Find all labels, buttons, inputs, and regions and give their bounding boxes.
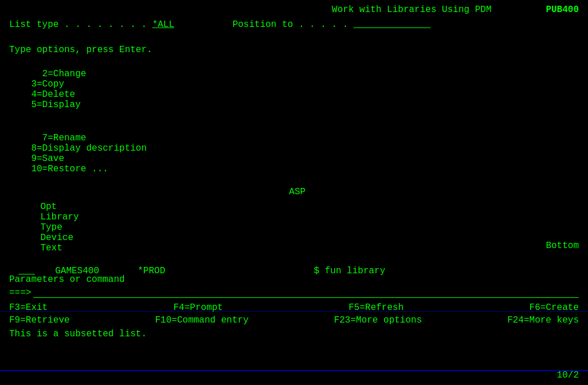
brand-label: PUB400: [546, 5, 579, 15]
fkey-f5[interactable]: F5=Refresh: [348, 302, 403, 313]
bottom-label: Bottom: [546, 241, 579, 251]
title-text: Work with Libraries Using PDM: [277, 5, 546, 15]
fkey-f9[interactable]: F9=Retrieve: [9, 315, 70, 325]
list-type-value[interactable]: *ALL: [152, 19, 198, 30]
option-10: 10=Restore ...: [31, 164, 108, 174]
option-4: 4=Delete: [31, 89, 130, 100]
col-text: Text: [40, 243, 62, 253]
title-bar: Work with Libraries Using PDM PUB400: [9, 5, 579, 15]
option-9: 9=Save: [31, 154, 130, 164]
params-label: Parameters or command: [9, 274, 579, 285]
fkey-f3[interactable]: F3=Exit: [9, 302, 48, 313]
option-5: 5=Display: [31, 100, 80, 110]
blue-separator: [0, 370, 588, 371]
col-device: Device: [40, 233, 128, 243]
options-row-1: 2=Change 3=Copy 4=Delete 5=Display: [9, 58, 579, 120]
col-type: Type: [40, 222, 128, 233]
command-input[interactable]: [33, 287, 579, 298]
options-row-2: 7=Rename 8=Display description 9=Save 10…: [9, 123, 579, 184]
subsetting-note: This is a subsetted list.: [9, 329, 579, 339]
page-indicator: 10/2: [557, 370, 579, 380]
option-2: 2=Change: [31, 69, 124, 79]
col-opt: Opt: [40, 202, 68, 212]
option-3: 3=Copy: [31, 79, 202, 89]
table-header: Opt Library Type Device Text: [9, 191, 579, 264]
fkey-f10[interactable]: F10=Command entry: [155, 315, 249, 325]
fkeys-row-2: F9=Retrieve F10=Command entry F23=More o…: [9, 315, 579, 325]
terminal-screen: Work with Libraries Using PDM PUB400 Lis…: [0, 0, 588, 385]
fkey-f23[interactable]: F23=More options: [334, 315, 422, 325]
list-type-label: List type . . . . . . . .: [9, 19, 147, 30]
command-row: ===>: [9, 287, 579, 298]
fkeys-row-1: F3=Exit F4=Prompt F5=Refresh F6=Create: [9, 302, 579, 313]
option-8: 8=Display description: [31, 143, 202, 154]
fkey-f6[interactable]: F6=Create: [530, 302, 579, 313]
col-library: Library: [40, 212, 128, 222]
position-to-label: Position to . . . . .: [233, 19, 348, 30]
fkey-f4[interactable]: F4=Prompt: [174, 302, 223, 313]
position-to-value[interactable]: [354, 19, 430, 30]
fkey-f24[interactable]: F24=More keys: [507, 315, 579, 325]
bottom-section: Parameters or command ===> F3=Exit F4=Pr…: [9, 274, 579, 339]
command-prompt: ===>: [9, 288, 31, 298]
list-type-row: List type . . . . . . . . *ALL Position …: [9, 19, 579, 30]
options-header: Type options, press Enter.: [9, 45, 579, 55]
option-7: 7=Rename: [31, 133, 124, 143]
